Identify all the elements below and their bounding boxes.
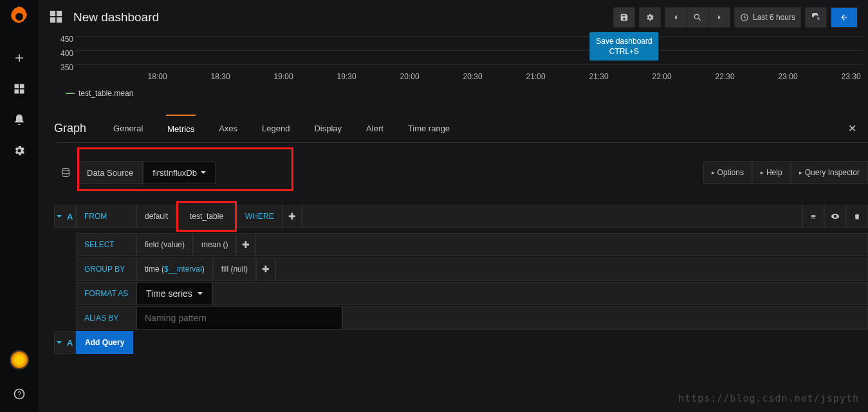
tab-general[interactable]: General [112, 115, 144, 142]
time-forward-button[interactable] [708, 7, 730, 28]
groupby-time-post: ) [202, 265, 205, 274]
query-row-format: FORMAT AS Time series [54, 282, 868, 305]
watermark: https://blog.csdn.net/jspyth [678, 393, 859, 404]
dashboard-title[interactable]: New dashboard [73, 10, 159, 24]
time-picker-button[interactable]: Last 6 hours [734, 7, 801, 28]
editor-title: Graph [54, 122, 86, 135]
from-policy[interactable]: default [136, 205, 176, 228]
groupby-time-pre: time ( [145, 265, 164, 274]
datasource-value: firstInfluxDb [152, 168, 197, 178]
chart-grid [75, 36, 863, 66]
datasource-label: Data Source [77, 161, 143, 184]
row-fill [212, 282, 868, 305]
tab-alert[interactable]: Alert [365, 115, 385, 142]
query-inspector-button[interactable]: ▸Query Inspector [791, 161, 868, 184]
user-avatar[interactable] [10, 350, 29, 370]
legend-color-swatch [66, 93, 75, 94]
select-add-button[interactable]: ✚ [236, 233, 255, 256]
query-menu-button[interactable]: ≡ [802, 205, 824, 228]
alerts-icon[interactable] [6, 107, 32, 133]
where-add-button[interactable]: ✚ [282, 205, 302, 228]
panel-editor: Graph General Metrics Axes Legend Displa… [54, 115, 868, 354]
options-button[interactable]: ▸Options [703, 161, 752, 184]
tab-timerange[interactable]: Time range [407, 115, 451, 142]
svg-rect-2 [15, 89, 19, 94]
row-fill [255, 233, 868, 256]
svg-text:?: ? [17, 390, 21, 398]
inspector-label: Query Inspector [805, 168, 860, 177]
save-button[interactable]: Save dashboard CTRL+S [613, 7, 635, 28]
x-tick: 19:30 [337, 72, 356, 81]
chart-y-axis: 450 400 350 [54, 35, 73, 77]
tooltip-line2: CTRL+S [596, 46, 652, 57]
where-keyword[interactable]: WHERE [237, 205, 282, 228]
help-icon[interactable]: ? [6, 381, 32, 407]
alias-input[interactable] [136, 306, 342, 330]
row-fill [275, 258, 868, 281]
app-sidebar: ? [0, 0, 39, 412]
add-icon[interactable] [6, 45, 32, 71]
format-select[interactable]: Time series [136, 282, 212, 305]
zoom-out-button[interactable] [687, 7, 708, 28]
svg-point-12 [62, 168, 69, 171]
refresh-button[interactable] [805, 7, 827, 28]
dashboard-icon[interactable] [49, 10, 63, 26]
datasource-row: Data Source firstInfluxDb ▸Options ▸Help… [54, 160, 868, 185]
groupby-fill[interactable]: fill (null) [213, 258, 256, 281]
tab-legend[interactable]: Legend [261, 115, 291, 142]
y-tick: 450 [54, 35, 73, 49]
dashboard-settings-button[interactable] [639, 7, 661, 28]
time-picker-label: Last 6 hours [753, 13, 795, 22]
svg-rect-6 [50, 10, 55, 15]
x-tick: 23:00 [779, 72, 798, 81]
row-fill [342, 306, 868, 330]
query-delete-button[interactable] [846, 205, 868, 228]
y-tick: 350 [54, 63, 73, 77]
from-keyword: FROM [76, 205, 136, 228]
caret-down-icon [57, 341, 62, 344]
help-button[interactable]: ▸Help [752, 161, 791, 184]
legend-label: test_table.mean [78, 89, 133, 98]
x-tick: 22:00 [652, 72, 672, 81]
format-value: Time series [146, 288, 192, 299]
add-query-button[interactable]: Add Query [76, 331, 133, 354]
groupby-keyword: GROUP BY [76, 258, 136, 281]
datasource-select[interactable]: firstInfluxDb [143, 161, 216, 184]
caret-down-icon [201, 171, 206, 174]
x-tick: 23:30 [842, 72, 861, 81]
caret-down-icon [57, 215, 62, 218]
select-field[interactable]: field (value) [136, 233, 193, 256]
x-tick: 21:00 [526, 72, 546, 81]
chart-legend[interactable]: test_table.mean [66, 89, 133, 98]
query-toggle-button[interactable]: A [54, 205, 76, 228]
add-query-row: A Add Query [54, 331, 868, 354]
groupby-time[interactable]: time ($__interval) [136, 258, 213, 281]
query-visibility-button[interactable] [824, 205, 846, 228]
options-label: Options [717, 168, 744, 177]
groupby-add-button[interactable]: ✚ [256, 258, 275, 281]
alias-keyword: ALIAS BY [76, 306, 136, 330]
add-query-toggle[interactable]: A [54, 331, 76, 354]
svg-rect-8 [50, 17, 55, 22]
svg-rect-0 [15, 84, 19, 89]
format-keyword: FORMAT AS [76, 282, 136, 305]
query-row-select: SELECT field (value) mean () ✚ [54, 233, 868, 256]
from-measurement[interactable]: test_table [176, 201, 237, 232]
x-tick: 21:30 [589, 72, 609, 81]
tab-axes[interactable]: Axes [217, 115, 239, 142]
editor-close-button[interactable]: ✕ [848, 122, 856, 135]
x-tick: 18:00 [148, 72, 167, 81]
svg-rect-7 [57, 10, 62, 15]
query-row-alias: ALIAS BY [54, 306, 868, 330]
tab-display[interactable]: Display [313, 115, 343, 142]
back-to-dashboard-button[interactable] [831, 7, 858, 28]
tooltip-line1: Save dashboard [596, 36, 652, 46]
time-back-button[interactable] [665, 7, 687, 28]
dashboards-icon[interactable] [6, 76, 32, 102]
grafana-logo[interactable] [9, 6, 30, 27]
chart-panel: 450 400 350 18:00 18:30 19:00 19:30 20:0… [54, 35, 863, 107]
tab-metrics[interactable]: Metrics [166, 115, 196, 142]
datasource-icon [54, 167, 77, 178]
select-aggregation[interactable]: mean () [193, 233, 236, 256]
settings-icon[interactable] [6, 138, 32, 164]
